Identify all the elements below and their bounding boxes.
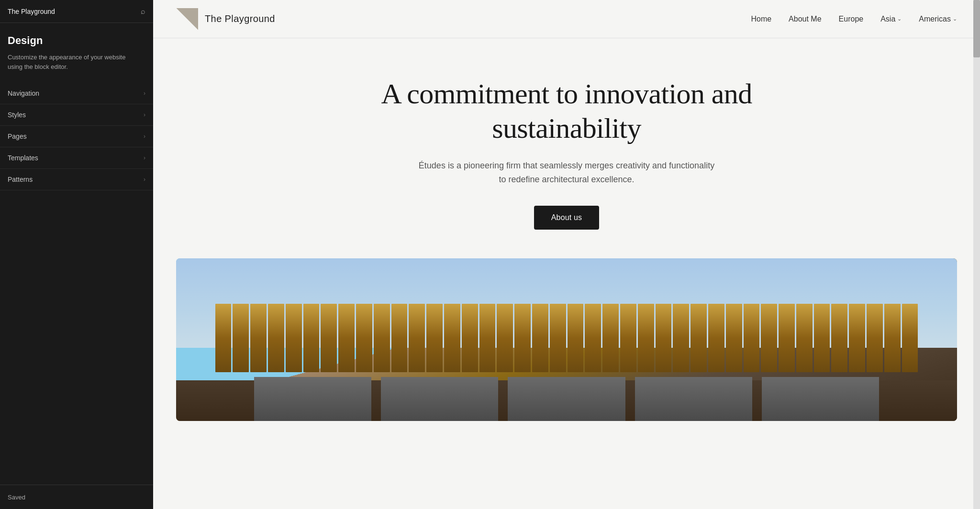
design-title: Design	[8, 34, 145, 47]
slat	[338, 304, 355, 372]
chevron-down-icon: ⌄	[897, 16, 902, 22]
slat	[550, 304, 566, 372]
chevron-right-icon: ›	[144, 90, 145, 97]
slat	[568, 304, 584, 372]
about-us-button[interactable]: About us	[534, 206, 599, 230]
pillar	[762, 377, 879, 421]
sidebar: The Playground ⌕ Design Customize the ap…	[0, 0, 153, 509]
slat	[761, 304, 777, 372]
slat	[779, 304, 795, 372]
sidebar-item-label: Navigation	[8, 89, 39, 97]
building-slats	[215, 304, 918, 372]
sidebar-item-templates[interactable]: Templates ›	[0, 147, 153, 169]
chevron-right-icon: ›	[144, 133, 145, 140]
hero-description: Études is a pioneering firm that seamles…	[418, 159, 715, 187]
scrollbar[interactable]	[973, 0, 980, 509]
slat	[391, 304, 408, 372]
slat	[374, 304, 390, 372]
nav-link-asia[interactable]: Asia ⌄	[880, 15, 902, 23]
pillar	[254, 377, 371, 421]
sidebar-item-label: Styles	[8, 111, 26, 119]
preview-site: The Playground Home About Me Europe Asia…	[153, 0, 980, 509]
site-brand: The Playground	[176, 8, 275, 30]
slat	[726, 304, 742, 372]
slat	[479, 304, 496, 372]
slat	[602, 304, 619, 372]
nav-link-europe[interactable]: Europe	[839, 15, 864, 23]
sidebar-nav: Navigation › Styles › Pages › Templates …	[0, 79, 153, 485]
site-logo	[176, 8, 198, 30]
slat	[884, 304, 901, 372]
nav-link-about-me[interactable]: About Me	[789, 15, 821, 23]
site-name: The Playground	[205, 13, 275, 24]
slat	[656, 304, 672, 372]
slat	[849, 304, 865, 372]
design-description: Customize the appearance of your website…	[8, 53, 145, 71]
sidebar-item-pages[interactable]: Pages ›	[0, 126, 153, 147]
sidebar-item-navigation[interactable]: Navigation ›	[0, 83, 153, 104]
main-preview: The Playground Home About Me Europe Asia…	[153, 0, 980, 509]
slat	[708, 304, 724, 372]
slat	[744, 304, 760, 372]
slat	[233, 304, 249, 372]
sidebar-item-styles[interactable]: Styles ›	[0, 104, 153, 126]
slat	[444, 304, 460, 372]
slat	[814, 304, 830, 372]
slat	[831, 304, 847, 372]
slat	[215, 304, 232, 372]
pillar	[508, 377, 625, 421]
nav-link-americas[interactable]: Americas ⌄	[919, 15, 957, 23]
search-icon[interactable]: ⌕	[141, 7, 145, 16]
slat	[356, 304, 372, 372]
slat	[462, 304, 478, 372]
sidebar-footer: Saved	[0, 485, 153, 509]
slat	[902, 304, 918, 372]
design-section: Design Customize the appearance of your …	[0, 23, 153, 79]
slat	[250, 304, 267, 372]
site-nav: The Playground Home About Me Europe Asia…	[153, 0, 980, 38]
chevron-down-icon: ⌄	[953, 16, 957, 22]
saved-label: Saved	[8, 494, 25, 501]
building-image	[176, 258, 957, 421]
slat	[497, 304, 513, 372]
nav-link-home[interactable]: Home	[751, 15, 771, 23]
slat	[690, 304, 707, 372]
sidebar-header: The Playground ⌕	[0, 0, 153, 23]
sidebar-item-patterns[interactable]: Patterns ›	[0, 169, 153, 190]
slat	[585, 304, 601, 372]
site-nav-links: Home About Me Europe Asia ⌄ Americas ⌄	[751, 15, 957, 23]
sidebar-item-label: Templates	[8, 154, 38, 162]
chevron-right-icon: ›	[144, 176, 145, 183]
slat	[409, 304, 425, 372]
slat	[532, 304, 548, 372]
hero-title: A commitment to innovation and sustainab…	[375, 77, 758, 145]
slat	[303, 304, 320, 372]
slat	[638, 304, 654, 372]
chevron-right-icon: ›	[144, 111, 145, 118]
slat	[426, 304, 443, 372]
pillar	[381, 377, 498, 421]
sidebar-item-label: Patterns	[8, 176, 33, 183]
building-pillars	[254, 372, 879, 421]
sidebar-title: The Playground	[8, 8, 55, 15]
slat	[514, 304, 531, 372]
slat	[673, 304, 689, 372]
hero-section: A commitment to innovation and sustainab…	[153, 38, 980, 258]
slat	[286, 304, 302, 372]
slat	[321, 304, 337, 372]
chevron-right-icon: ›	[144, 155, 145, 161]
slat	[796, 304, 813, 372]
building-section	[153, 258, 980, 421]
slat	[620, 304, 636, 372]
building-image-inner	[176, 258, 957, 421]
slat	[268, 304, 284, 372]
scrollbar-thumb[interactable]	[973, 0, 980, 57]
pillar	[635, 377, 752, 421]
slat	[867, 304, 883, 372]
sidebar-item-label: Pages	[8, 133, 27, 140]
